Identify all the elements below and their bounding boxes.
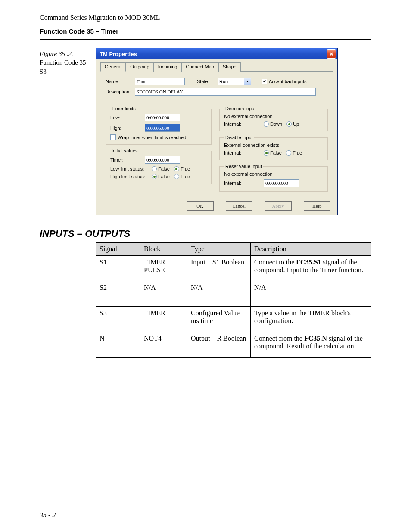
internal-label: Internal: [224, 150, 264, 156]
initial-values-legend: Initial values [110, 148, 139, 153]
internal-label: Internal: [224, 121, 264, 127]
external-exists-text: External connection exists [224, 143, 323, 148]
high-limit-false-radio[interactable]: False [152, 174, 170, 179]
description-label: Description: [106, 89, 135, 94]
tab-connect-map[interactable]: Connect Map [181, 62, 218, 72]
name-label: Name: [106, 79, 135, 84]
cell-block: TIMER PULSE [140, 256, 187, 281]
doc-header-line1: Command Series Migration to MOD 30ML [40, 14, 371, 22]
cell-type: Configured Value – ms time [187, 307, 251, 332]
radio-label-false: False [270, 150, 282, 156]
disable-input-legend: Disable input [224, 135, 254, 140]
table-row: S3TIMERConfigured Value – ms timeType a … [96, 307, 371, 332]
th-description: Description [251, 243, 371, 256]
disable-input-group: Disable input External connection exists… [219, 135, 328, 160]
io-table: Signal Block Type Description S1TIMER PU… [96, 242, 371, 358]
tab-general[interactable]: General [100, 62, 126, 72]
radio-icon [286, 150, 291, 156]
reset-value-input-group: Reset value input No external connection… [219, 164, 328, 192]
low-input[interactable] [145, 114, 180, 121]
apply-button[interactable]: Apply [265, 201, 292, 211]
tab-incoming[interactable]: Incoming [154, 62, 182, 72]
high-limit-status-label: High limit status: [110, 174, 152, 179]
chevron-down-icon [244, 78, 251, 85]
help-button[interactable]: Help [304, 201, 331, 211]
cell-description: Type a value in the TIMER block's config… [251, 307, 371, 332]
close-button[interactable]: ✕ [327, 49, 336, 59]
radio-icon [286, 121, 292, 127]
disable-true-radio[interactable]: True [286, 150, 302, 156]
checkbox-icon [110, 134, 116, 140]
cell-description: N/A [251, 281, 371, 307]
cell-signal: N [96, 332, 140, 358]
no-external-text: No external connection [224, 171, 323, 177]
cell-block: NOT4 [140, 332, 187, 358]
cell-type: N/A [187, 281, 251, 307]
th-signal: Signal [96, 243, 140, 256]
direction-down-radio[interactable]: Down [264, 121, 282, 127]
tab-outgoing[interactable]: Outgoing [126, 62, 154, 72]
doc-header-line2: Function Code 35 – Timer [40, 28, 371, 35]
radio-label-true: True [293, 150, 302, 156]
radio-icon [174, 174, 179, 179]
high-label: High: [110, 125, 145, 131]
timer-limits-legend: Timer limits [110, 106, 137, 111]
radio-icon [264, 150, 269, 156]
th-type: Type [187, 243, 251, 256]
radio-label-down: Down [270, 121, 282, 127]
figure-sub1: Function Code 35 [40, 58, 96, 67]
wrap-label: Wrap timer when limit is reached [118, 135, 186, 140]
dialog-title: TM Properties [100, 51, 137, 57]
no-external-text: No external connection [224, 114, 323, 119]
cell-description: Connect to the FC35.S1 signal of the com… [251, 256, 371, 281]
figure-title: Figure 35 .2. [40, 50, 96, 58]
cell-description: Connect from the FC35.N signal of the co… [251, 332, 371, 358]
direction-input-legend: Direction input [224, 106, 257, 111]
state-label: State: [197, 79, 218, 84]
low-label: Low: [110, 115, 145, 120]
direction-input-group: Direction input No external connection I… [219, 106, 328, 131]
name-input[interactable] [135, 78, 185, 85]
low-limit-status-label: Low limit status: [110, 166, 152, 171]
table-header-row: Signal Block Type Description [96, 243, 371, 256]
state-value: Run [218, 79, 244, 84]
disable-false-radio[interactable]: False [264, 150, 282, 156]
timer-input[interactable] [145, 156, 180, 164]
accept-bad-inputs-checkbox[interactable]: Accept bad inputs [262, 79, 306, 84]
high-input[interactable] [145, 124, 180, 132]
wrap-checkbox[interactable]: Wrap timer when limit is reached [110, 134, 207, 140]
reset-value-legend: Reset value input [224, 164, 263, 169]
timer-limits-group: Timer limits Low: High: [106, 106, 212, 145]
cancel-button[interactable]: Cancel [226, 201, 253, 211]
checkbox-icon [262, 79, 267, 84]
radio-icon [174, 166, 179, 171]
radio-label-true: True [181, 166, 190, 171]
radio-label-false: False [158, 166, 170, 171]
radio-label-up: Up [293, 121, 299, 127]
titlebar[interactable]: TM Properties ✕ [96, 48, 337, 59]
description-input[interactable] [135, 88, 316, 96]
page-number: 35 - 2 [40, 511, 56, 519]
tab-strip: General Outgoing Incoming Connect Map Sh… [100, 62, 333, 72]
cell-signal: S3 [96, 307, 140, 332]
close-icon: ✕ [329, 51, 334, 57]
state-dropdown[interactable]: Run [218, 78, 251, 85]
direction-up-radio[interactable]: Up [286, 121, 299, 127]
cell-block: N/A [140, 281, 187, 307]
cell-type: Input – S1 Boolean [187, 256, 251, 281]
low-limit-true-radio[interactable]: True [174, 166, 190, 171]
th-block: Block [140, 243, 187, 256]
tab-shape[interactable]: Shape [218, 62, 241, 72]
section-title: INPUTS – OUTPUTS [40, 228, 371, 240]
radio-icon [152, 174, 157, 179]
initial-values-group: Initial values Timer: Low limit status: … [106, 148, 212, 184]
figure-sub2: S3 [40, 67, 96, 76]
high-limit-true-radio[interactable]: True [174, 174, 190, 179]
ok-button[interactable]: OK [187, 201, 214, 211]
tm-properties-dialog: TM Properties ✕ General Outgoing Incomin… [96, 48, 338, 215]
accept-bad-label: Accept bad inputs [269, 79, 306, 84]
low-limit-false-radio[interactable]: False [152, 166, 170, 171]
header-rule [40, 39, 371, 40]
figure-caption: Figure 35 .2. Function Code 35 S3 [40, 48, 96, 76]
reset-input[interactable] [264, 179, 299, 187]
